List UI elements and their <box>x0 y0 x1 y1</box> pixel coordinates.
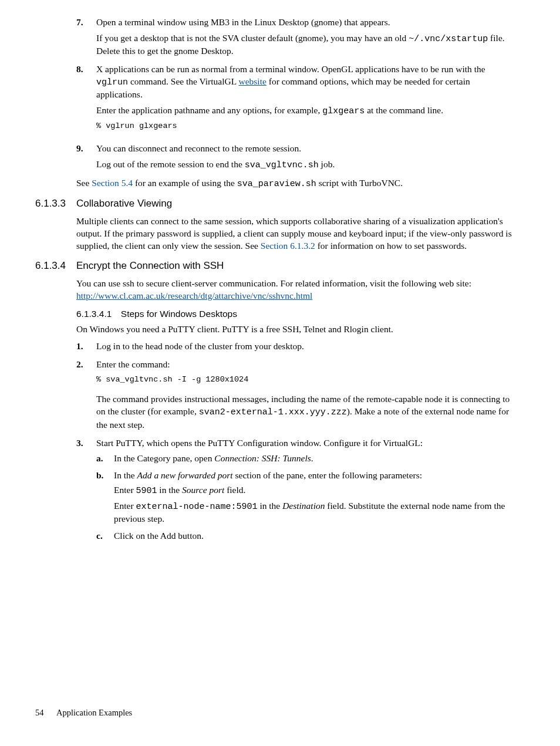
step-number: 9. <box>76 143 96 175</box>
main-content: 7. Open a terminal window using MB3 in t… <box>76 16 518 190</box>
step-number: 1. <box>76 340 96 356</box>
chapter-title: Application Examples <box>56 708 132 717</box>
substep-letter: a. <box>96 453 114 467</box>
step-body: You can disconnect and reconnect to the … <box>96 143 518 175</box>
text: job. <box>319 159 335 169</box>
step-9-p1: You can disconnect and reconnect to the … <box>96 143 518 155</box>
text: In the <box>114 470 137 480</box>
win-step-3b-line2: Enter external-node-name:5901 in the Des… <box>114 500 518 525</box>
text: Enter <box>114 485 136 495</box>
text: Log out of the remote session to end the <box>96 159 245 169</box>
step-number: 3. <box>76 437 96 547</box>
win-step-3b-text: In the Add a new forwarded port section … <box>114 470 518 482</box>
page-number: 54 <box>35 707 56 719</box>
step-body: Start PuTTY, which opens the PuTTY Confi… <box>96 437 518 547</box>
step-9: 9. You can disconnect and reconnect to t… <box>76 143 518 175</box>
win-step-2-p2: The command provides instructional messa… <box>96 393 518 431</box>
text: script with TurboVNC. <box>316 178 403 188</box>
win-step-1: 1. Log in to the head node of the cluste… <box>76 340 518 356</box>
text: in the <box>157 485 182 495</box>
code-file: sva_paraview.sh <box>237 179 316 189</box>
heading-title: Collaborative Viewing <box>76 197 172 211</box>
text: Enter the application pathname and any o… <box>96 105 322 115</box>
step-9-p2: Log out of the remote session to end the… <box>96 158 518 171</box>
heading-6-1-3-4-1: 6.1.3.4.1 Steps for Windows Desktops <box>76 308 518 320</box>
win-step-3a: a. In the Category pane, open Connection… <box>96 453 518 467</box>
code-cmd: glxgears <box>322 106 365 116</box>
ui-field: Source port <box>182 485 224 495</box>
code-path: ~/.vnc/xstartup <box>409 34 488 44</box>
text: for information on how to set passwords. <box>315 241 467 251</box>
xref-section-5-4[interactable]: Section 5.4 <box>92 178 133 188</box>
step-8: 8. X applications can be run as normal f… <box>76 63 518 140</box>
code-hostname: svan2-external-1.xxx.yyy.zzz <box>199 407 347 417</box>
substep-body: Click on the Add button. <box>114 530 518 545</box>
section-6-1-3-3-body: Multiple clients can connect to the same… <box>76 215 518 252</box>
text: in the <box>258 501 283 511</box>
step-body: Enter the command: % sva_vgltvnc.sh -I -… <box>96 359 518 434</box>
sshvnc-link[interactable]: http://www.cl.cam.ac.uk/research/dtg/att… <box>76 291 312 301</box>
step-body: Log in to the head node of the cluster f… <box>96 340 518 356</box>
win-step-3b: b. In the Add a new forwarded port secti… <box>96 470 518 527</box>
text: X applications can be run as normal from… <box>96 64 485 74</box>
text: for an example of using the <box>133 178 237 188</box>
substep-body: In the Add a new forwarded port section … <box>114 470 518 527</box>
text: section of the pane, enter the following… <box>233 470 422 480</box>
win-step-3a-text: In the Category pane, open Connection: S… <box>114 453 518 465</box>
after-list-paragraph: See Section 5.4 for an example of using … <box>76 177 518 190</box>
text: You can use ssh to secure client-server … <box>76 278 471 288</box>
text: . <box>311 453 313 463</box>
virtualgl-website-link[interactable]: website <box>238 76 266 86</box>
win-step-2-text: Enter the command: <box>96 359 518 371</box>
xref-section-6-1-3-2[interactable]: Section 6.1.3.2 <box>261 241 315 251</box>
code-port: 5901 <box>136 486 157 496</box>
step-body: X applications can be run as normal from… <box>96 63 518 140</box>
substep-letter: c. <box>96 530 114 545</box>
windows-intro: On Windows you need a PuTTY client. PuTT… <box>76 323 518 336</box>
substep-body: In the Category pane, open Connection: S… <box>114 453 518 467</box>
text: In the Category pane, open <box>114 453 214 463</box>
step-number: 8. <box>76 63 96 140</box>
substep-letter: b. <box>96 470 114 527</box>
ssh-paragraph: You can use ssh to secure client-server … <box>76 278 518 302</box>
step-7-p2: If you get a desktop that is not the SVA… <box>96 32 518 58</box>
heading-number: 6.1.3.4 <box>35 259 76 273</box>
heading-6-1-3-4: 6.1.3.4 Encrypt the Connection with SSH <box>35 259 518 273</box>
collab-paragraph: Multiple clients can connect to the same… <box>76 215 518 252</box>
text: See <box>76 178 92 188</box>
heading-title: Encrypt the Connection with SSH <box>76 259 224 273</box>
win-step-3-text: Start PuTTY, which opens the PuTTY Confi… <box>96 437 518 450</box>
step-8-p2: Enter the application pathname and any o… <box>96 104 518 117</box>
text: command. See the VirtualGL <box>128 76 238 86</box>
text: field. <box>224 485 245 495</box>
win-step-2: 2. Enter the command: % sva_vgltvnc.sh -… <box>76 359 518 434</box>
code-block: % vglrun glxgears <box>96 121 518 131</box>
step-number: 2. <box>76 359 96 434</box>
win-step-1-text: Log in to the head node of the cluster f… <box>96 340 518 353</box>
step-number: 7. <box>76 16 96 61</box>
text: If you get a desktop that is not the SVA… <box>96 33 409 43</box>
code-destination: external-node-name:5901 <box>136 502 257 512</box>
win-step-3: 3. Start PuTTY, which opens the PuTTY Co… <box>76 437 518 547</box>
step-8-p1: X applications can be run as normal from… <box>96 63 518 101</box>
page-footer: 54Application Examples <box>35 707 132 719</box>
step-7-p1: Open a terminal window using MB3 in the … <box>96 16 518 29</box>
step-body: Open a terminal window using MB3 in the … <box>96 16 518 61</box>
heading-number: 6.1.3.3 <box>35 197 76 211</box>
win-step-3c: c. Click on the Add button. <box>96 530 518 545</box>
heading-6-1-3-3: 6.1.3.3 Collaborative Viewing <box>35 197 518 211</box>
ui-path: Connection: SSH: Tunnels <box>214 453 311 463</box>
code-cmd: vglrun <box>96 77 128 87</box>
step-7: 7. Open a terminal window using MB3 in t… <box>76 16 518 61</box>
text: at the command line. <box>365 105 443 115</box>
section-6-1-3-4-body: You can use ssh to secure client-server … <box>76 278 518 547</box>
win-step-3c-text: Click on the Add button. <box>114 530 518 542</box>
ui-section: Add a new forwarded port <box>137 470 233 480</box>
text: Enter <box>114 501 136 511</box>
code-block: % sva_vgltvnc.sh -I -g 1280x1024 <box>96 374 518 385</box>
win-step-3b-line1: Enter 5901 in the Source port field. <box>114 484 518 497</box>
code-file: sva_vgltvnc.sh <box>245 160 319 170</box>
ui-field: Destination <box>282 501 325 511</box>
